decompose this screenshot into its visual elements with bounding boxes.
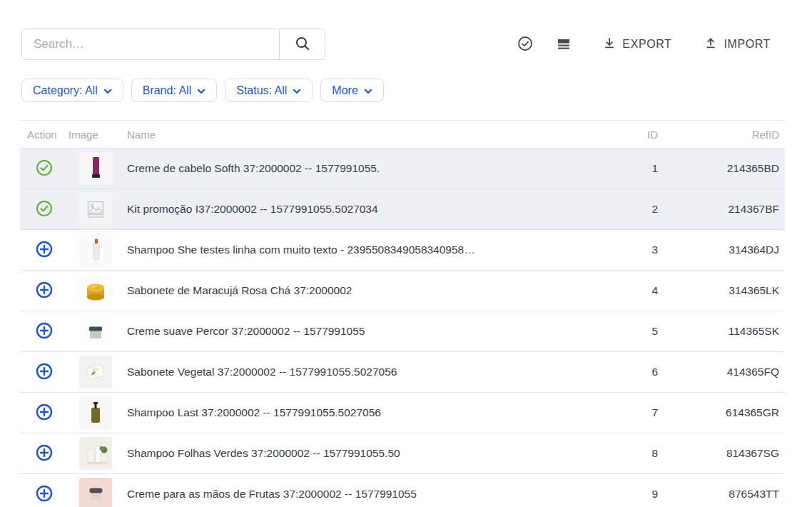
filter-category-label: Category: All — [33, 84, 98, 97]
table-row: Shampoo Last 37:2000002 -- 1577991055.50… — [20, 393, 785, 433]
search-bar — [21, 29, 325, 60]
product-refid: 876543TT — [658, 488, 785, 501]
column-header-name: Name — [123, 129, 601, 141]
product-name: Creme de cabelo Softh 37:2000002 -- 1577… — [123, 162, 601, 175]
product-refid: 814367SG — [658, 447, 785, 460]
product-refid: 314364DJ — [658, 244, 785, 256]
table-row: Creme para as mãos de Frutas 37:2000002 … — [20, 474, 785, 507]
product-refid: 614365GR — [658, 406, 785, 419]
product-refid: 114365SK — [658, 325, 785, 338]
filter-more[interactable]: More — [320, 79, 383, 102]
search-icon — [295, 36, 310, 54]
added-check-icon — [36, 159, 53, 179]
table-row: Sabonete Vegetal 37:2000002 -- 157799105… — [20, 352, 785, 393]
product-thumbnail-plant-bottles — [79, 437, 112, 470]
product-name: Sabonete de Maracujá Rosa Chá 37:2000002 — [123, 284, 601, 297]
search-button[interactable] — [279, 29, 325, 59]
product-id: 2 — [601, 203, 658, 216]
product-name: Creme suave Percor 37:2000002 -- 1577991… — [123, 325, 601, 338]
add-to-selection-button[interactable] — [36, 363, 53, 382]
rows-density-button[interactable] — [556, 36, 572, 54]
column-header-refid: RefID — [658, 129, 785, 141]
filter-more-label: More — [332, 84, 357, 97]
remove-from-selection-button[interactable] — [36, 159, 53, 179]
product-thumbnail-pink-jar — [79, 478, 112, 507]
import-button[interactable]: IMPORT — [704, 36, 771, 52]
add-plus-icon — [36, 363, 53, 382]
add-plus-icon — [36, 281, 53, 301]
product-thumbnail-white-bottle — [79, 234, 112, 266]
product-thumbnail-vegetal-soap — [79, 356, 112, 388]
column-header-image: Image — [68, 129, 123, 141]
add-to-selection-button[interactable] — [36, 241, 53, 260]
filter-brand-label: Brand: All — [143, 84, 191, 97]
product-thumbnail-image-placeholder — [79, 193, 112, 226]
table-body: Creme de cabelo Softh 37:2000002 -- 1577… — [20, 149, 785, 507]
product-name: Creme para as mãos de Frutas 37:2000002 … — [123, 488, 601, 501]
product-id: 3 — [601, 244, 658, 256]
table-row: Creme suave Percor 37:2000002 -- 1577991… — [20, 311, 785, 352]
product-id: 6 — [601, 366, 658, 378]
added-check-icon — [36, 200, 53, 219]
add-to-selection-button[interactable] — [36, 444, 53, 463]
table-row: Kit promoção I37:2000002 -- 1577991055.5… — [20, 189, 785, 230]
table-header: Action Image Name ID RefID — [20, 120, 785, 149]
product-id: 4 — [601, 284, 658, 297]
chevron-down-icon — [197, 84, 205, 97]
product-name: Shampoo Last 37:2000002 -- 1577991055.50… — [123, 406, 601, 419]
product-name: Shampoo She testes linha com muito texto… — [123, 244, 601, 256]
table-row: Shampoo Folhas Verdes 37:2000002 -- 1577… — [20, 433, 785, 474]
product-thumbnail-olive-bottle — [79, 396, 112, 429]
add-plus-icon — [36, 241, 53, 260]
add-plus-icon — [36, 444, 53, 463]
remove-from-selection-button[interactable] — [36, 200, 53, 219]
export-button[interactable]: EXPORT — [603, 36, 671, 52]
toolbar: EXPORT IMPORT — [517, 29, 771, 60]
product-id: 8 — [601, 447, 658, 460]
add-to-selection-button[interactable] — [36, 403, 53, 423]
product-id: 7 — [601, 406, 658, 419]
download-icon — [603, 36, 616, 52]
check-circle-button[interactable] — [517, 36, 533, 54]
product-thumbnail-dark-lid-jar — [79, 315, 112, 348]
product-id: 1 — [601, 162, 658, 175]
filter-status-label: Status: All — [236, 84, 287, 97]
product-name: Kit promoção I37:2000002 -- 1577991055.5… — [123, 203, 601, 216]
product-id: 5 — [601, 325, 658, 338]
filter-brand[interactable]: Brand: All — [131, 79, 217, 102]
product-refid: 214367BF — [658, 203, 785, 216]
product-thumbnail-yellow-soap — [79, 274, 112, 307]
filter-bar: Category: All Brand: All Status: All Mor… — [21, 79, 384, 102]
filter-status[interactable]: Status: All — [225, 79, 313, 102]
search-input[interactable] — [22, 29, 279, 59]
chevron-down-icon — [103, 84, 112, 97]
add-to-selection-button[interactable] — [36, 485, 53, 504]
table-row: Shampoo She testes linha com muito texto… — [20, 230, 785, 271]
product-id: 9 — [601, 488, 658, 501]
import-label: IMPORT — [724, 38, 771, 51]
product-name: Shampoo Folhas Verdes 37:2000002 -- 1577… — [123, 447, 601, 460]
product-refid: 414365FQ — [658, 366, 785, 378]
chevron-down-icon — [364, 84, 372, 97]
add-to-selection-button[interactable] — [36, 281, 53, 301]
check-circle-icon — [517, 36, 533, 54]
filter-category[interactable]: Category: All — [21, 79, 123, 102]
table-row: Creme de cabelo Softh 37:2000002 -- 1577… — [20, 149, 785, 189]
add-plus-icon — [36, 485, 53, 504]
products-table: Action Image Name ID RefID Creme de cabe… — [20, 120, 785, 507]
product-refid: 314365LK — [658, 284, 785, 297]
product-name: Sabonete Vegetal 37:2000002 -- 157799105… — [123, 366, 601, 378]
product-refid: 214365BD — [658, 162, 785, 175]
product-thumbnail-magenta-tube — [79, 152, 112, 185]
column-header-action: Action — [20, 129, 68, 141]
upload-icon — [704, 36, 717, 52]
column-header-id: ID — [601, 129, 658, 141]
export-label: EXPORT — [622, 38, 671, 51]
table-row: Sabonete de Maracujá Rosa Chá 37:2000002… — [20, 271, 785, 311]
add-to-selection-button[interactable] — [36, 322, 53, 341]
add-plus-icon — [36, 322, 53, 341]
add-plus-icon — [36, 403, 53, 423]
rows-icon — [556, 36, 572, 54]
chevron-down-icon — [293, 84, 301, 97]
